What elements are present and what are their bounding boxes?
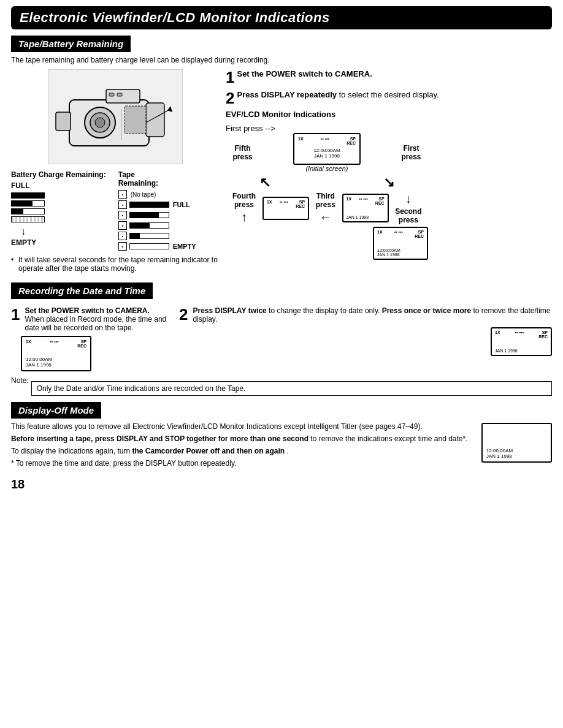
display-off-date: JAN 1 1998 — [486, 453, 547, 459]
third-screen-date: JAN 1 1998 — [347, 215, 385, 219]
battery-bar-2 — [11, 200, 45, 207]
battery-arrow: ↓ — [21, 226, 26, 237]
date-screen-date: JAN 1 1998 — [495, 349, 548, 353]
battery-full-label: FULL — [11, 181, 30, 190]
third-press-screen: 1X ▪▪ ▪▪▪ SPREC JAN 1 1998 — [342, 194, 389, 222]
initial-screen-time: 12:00:00AM JAN 1 1998 — [298, 148, 356, 159]
battery-tape-indicators: Battery Charge Remaining: FULL ↓ EMPTY T… — [11, 170, 220, 251]
step1-container: 1 Set the POWER switch to CAMERA. — [226, 69, 552, 85]
tape-row-25: ▪ — [118, 232, 196, 240]
svg-marker-12 — [167, 106, 172, 112]
step2-text-bold: Press DISPLAY repeatedly — [237, 90, 337, 99]
section1: Tape/Battery Remaining The tape remainin… — [11, 36, 552, 276]
initial-screen: 1X ▪▪ ▪▪▪ SPREC 12:00:00AM JAN 1 1998 — [293, 133, 361, 165]
second-screen-date: 12:00:00AM JAN 1 1998 — [377, 248, 424, 257]
tape-bar-empty — [129, 243, 169, 249]
initial-screen-top: 1X ▪▪ ▪▪▪ SPREC — [298, 137, 356, 145]
svg-rect-9 — [109, 93, 114, 96]
note-container: Note: Only the Date and/or Time indicati… — [11, 376, 552, 396]
second-press-screen: 1X ▪▪ ▪▪▪ SPREC 12:00:00AM JAN 1 1998 — [373, 227, 428, 260]
right-col: 1 Set the POWER switch to CAMERA. 2 Pres… — [226, 69, 552, 276]
fourth-screen-top: 1X ▪▪ ▪▪▪ SPREC — [267, 200, 305, 208]
tape-col: Tape Remaining: ▪ (No tape) ▪ FULL — [118, 170, 196, 251]
section3-header: Display-Off Mode — [11, 402, 101, 419]
tape-bar-25 — [129, 233, 169, 239]
display-off-para1: This feature allows you to remove all El… — [11, 422, 474, 431]
tape-row-empty: ▪ EMPTY — [118, 242, 196, 251]
tape-icon-3: ▪ — [118, 221, 127, 230]
fourth-press-arrow: ↑ — [241, 210, 247, 224]
rec-step2-change: to change the display to date only. — [269, 306, 382, 315]
tape-icon-4: ▪ — [118, 232, 127, 240]
tape-row-50: ▪ — [118, 221, 196, 230]
tape-bar-full — [129, 202, 169, 208]
second-screen-mid — [377, 238, 424, 247]
initial-screen-label: (Initial screen) — [305, 165, 348, 172]
rec-step2-twice: twice — [248, 306, 267, 315]
fourth-press-screen: 1X ▪▪ ▪▪▪ SPREC — [262, 197, 309, 220]
rec-step2-once: Press once or twice more — [382, 306, 471, 315]
display-off-text: This feature allows you to remove all El… — [11, 422, 474, 468]
battery-label: Battery Charge Remaining: — [11, 170, 106, 179]
bullet-tape-note: It will take several seconds for the tap… — [11, 256, 220, 273]
press-diagram: First press --> Fifth press 1X ▪▪ ▪▪▪ SP… — [226, 124, 428, 260]
recording-two-col: 1 Set the POWER switch to CAMERA. When p… — [11, 306, 552, 371]
date-screen-mid — [495, 339, 548, 347]
tape-row-75: ▪ — [118, 211, 196, 219]
recording-right: 2 Press DISPLAY twice to change the disp… — [179, 306, 552, 371]
section3: Display-Off Mode This feature allows you… — [11, 402, 552, 468]
svg-rect-10 — [117, 93, 122, 96]
second-screen-top: 1X ▪▪ ▪▪▪ SPREC — [377, 230, 424, 238]
tape-no-tape-label: (No tape) — [131, 191, 156, 198]
tape-label: Tape — [118, 170, 135, 179]
fifth-press-arrow: ↖ — [259, 175, 270, 191]
recording-left: 1 Set the POWER switch to CAMERA. When p… — [11, 306, 170, 371]
svg-rect-6 — [124, 106, 146, 134]
display-off-para3: To display the Indications again, turn t… — [11, 447, 474, 455]
date-screen-top: 1X ▪▪ ▪▪▪ SPREC — [495, 330, 548, 339]
rec-screen-date: JAN 1 1998 — [26, 362, 86, 368]
tape-remaining-label: Remaining: — [118, 179, 158, 188]
tape-empty-label: EMPTY — [173, 243, 196, 250]
step1-text: Set the POWER switch to CAMERA. — [237, 69, 372, 78]
third-screen-mid — [347, 205, 385, 214]
step2-number: 2 — [226, 90, 234, 106]
note-box: Only the Date and/or Time indications ar… — [31, 381, 552, 396]
section2: Recording the Date and Time 1 Set the PO… — [11, 282, 552, 396]
tape-full-label: FULL — [173, 201, 190, 208]
rec-screen-time: 12:00:00AM — [26, 357, 86, 362]
fourth-press-label: Fourth press — [226, 192, 262, 209]
tape-row-notape: ▪ (No tape) — [118, 190, 196, 199]
svg-point-3 — [95, 118, 105, 127]
battery-col: Battery Charge Remaining: FULL ↓ EMPTY — [11, 170, 106, 247]
section2-header: Recording the Date and Time — [11, 282, 153, 299]
rec-step1-text: Set the POWER switch to CAMERA. When pla… — [25, 306, 170, 332]
rec-step2-display: Press DISPLAY — [193, 306, 246, 315]
tape-icon-2: ▪ — [118, 211, 127, 219]
svg-rect-7 — [56, 112, 71, 131]
step2-text: Press DISPLAY repeatedly to select the d… — [237, 90, 439, 99]
camera-illustration — [48, 69, 183, 164]
tape-row-full: ▪ FULL — [118, 200, 196, 209]
first-press-arrow: ↘ — [383, 175, 394, 191]
second-press-label: Second press — [389, 207, 428, 224]
section1-intro: The tape remaining and battery charge le… — [11, 56, 552, 64]
tape-bar-75 — [129, 212, 169, 218]
tape-bar-50 — [129, 222, 169, 229]
step2-text-normal: to select the desired display. — [339, 90, 439, 99]
battery-empty-label: EMPTY — [11, 238, 36, 247]
tape-bars: ▪ (No tape) ▪ FULL ▪ ▪ — [118, 190, 196, 251]
display-off-content: This feature allows you to remove all El… — [11, 422, 552, 468]
first-press-label: First press — [394, 144, 428, 161]
third-press-label: Third press — [309, 192, 342, 209]
display-off-screen-container: 12:00:00AM JAN 1 1998 — [481, 422, 552, 468]
evf-lcd-label: EVF/LCD Monitor Indications — [226, 110, 552, 119]
display-off-time: 12:00:00AM — [486, 448, 547, 453]
battery-bar-1 — [11, 192, 45, 199]
display-off-footnote: * To remove the time and date, press the… — [11, 459, 474, 468]
rec-screen-top: 1X ▪▪ ▪▪▪ SPREC — [26, 339, 86, 348]
step2-container: 2 Press DISPLAY repeatedly to select the… — [226, 90, 552, 106]
step1-number: 1 — [226, 69, 234, 85]
fourth-screen-mid — [267, 208, 305, 217]
rec-step2-number: 2 — [179, 306, 188, 322]
